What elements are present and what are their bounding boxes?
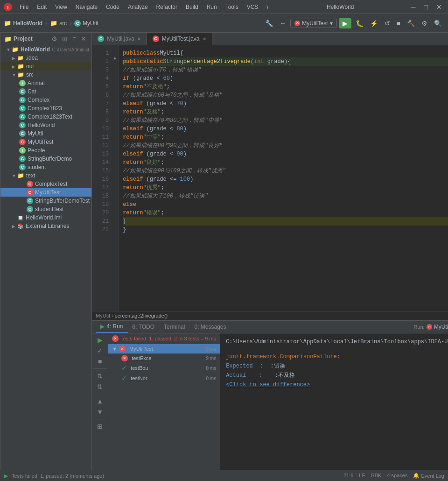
messages-tab[interactable]: 0: Messages — [189, 321, 231, 332]
menu-code[interactable]: Code — [102, 3, 123, 11]
tree-item-src[interactable]: ▼ 📁 src — [0, 71, 91, 79]
tree-item-people[interactable]: I People — [0, 146, 91, 155]
test-myutiltest-item[interactable]: ▼ ✕ MyUtilTest 9 ms — [108, 344, 220, 354]
tab-myutiltest-close[interactable]: ✕ — [203, 36, 206, 42]
project-settings-gear[interactable]: ⚙ — [50, 35, 59, 43]
rerun-tests-button[interactable]: ▶ — [97, 335, 104, 345]
run-button[interactable]: ▶ — [339, 18, 351, 28]
sort-alpha-button[interactable]: ⇅ — [96, 371, 104, 381]
tree-item-complex1823text[interactable]: C Complex1823Text — [0, 113, 91, 121]
back-nav-button[interactable]: 🔧 — [263, 18, 275, 28]
external-icon: 📚 — [17, 223, 24, 229]
menu-file[interactable]: File — [16, 3, 32, 11]
tree-item-text[interactable]: ▼ 📁 text — [0, 171, 91, 180]
status-indent[interactable]: 4 spaces — [387, 473, 407, 479]
tree-item-animal[interactable]: I Animal — [0, 79, 91, 87]
stop-button[interactable]: ■ — [394, 18, 403, 28]
back-button[interactable]: ← — [277, 18, 288, 28]
run-tab[interactable]: ▶ 4: Run — [96, 321, 127, 333]
search-everywhere-button[interactable]: 🔍 — [432, 18, 444, 28]
tree-out-name: out — [26, 63, 34, 70]
tree-item-out[interactable]: ▶ 📁 out — [0, 62, 91, 71]
debug-button[interactable]: 🐛 — [353, 18, 366, 28]
menu-view[interactable]: View — [51, 3, 71, 11]
output-expected-val: :错误 — [270, 363, 285, 369]
tree-item-complex1823[interactable]: C Complex1823 — [0, 104, 91, 113]
tree-item-myutil[interactable]: C MyUtil — [0, 129, 91, 138]
status-position[interactable]: 21:6 — [343, 473, 353, 479]
status-lf[interactable]: LF — [359, 473, 365, 479]
test-testexce-item[interactable]: ✕ testExce 9 ms — [108, 354, 220, 363]
menu-vcs[interactable]: VCS — [243, 3, 262, 11]
output-actual-key: Actual — [226, 372, 246, 379]
main-content: 1: Project 2: Structure Favorites 📁 Proj… — [0, 33, 448, 470]
maximize-button[interactable]: □ — [422, 2, 430, 12]
tree-item-idea[interactable]: ▶ 📁 .idea — [0, 54, 91, 62]
menu-run[interactable]: Run — [203, 3, 221, 11]
menu-build[interactable]: Build — [182, 3, 202, 11]
testnor-pass-icon: ✓ — [121, 375, 127, 382]
event-log-link[interactable]: 🔔 Event Log — [413, 473, 444, 479]
project-settings-button[interactable]: ≡ — [71, 35, 77, 43]
tree-item-myutiltest[interactable]: C MyUtilTest — [0, 138, 91, 146]
code-line-11: return "中等"; — [123, 133, 448, 141]
expand-all-button[interactable]: ⊞ — [96, 422, 104, 431]
code-line-6: //如果成绩在60与70之间，转成"及格" — [123, 91, 448, 99]
test-testbou-item[interactable]: ✓ testBou 0 ms — [108, 363, 220, 373]
menu-analyze[interactable]: Analyze — [124, 3, 152, 11]
sdk-button[interactable]: ⚙ — [419, 18, 430, 28]
previous-test-button[interactable]: ▲ — [96, 396, 104, 406]
tree-item-stringbufferdemotest[interactable]: C StringBufferDemoTest — [0, 197, 91, 205]
menu-extra[interactable]: \ — [263, 3, 272, 11]
code-line-2: public static String percentage2fivegrad… — [123, 57, 448, 66]
rerun-failed-button[interactable]: ✓ — [96, 346, 104, 355]
tree-item-student[interactable]: C student — [0, 163, 91, 171]
code-content[interactable]: public class MyUtil{ public static Strin… — [119, 45, 448, 311]
code-line-10: else if (grade < 80) — [123, 125, 448, 133]
minimize-button[interactable]: ─ — [409, 2, 418, 12]
tree-complex1823-name: Complex1823 — [28, 105, 62, 112]
tree-item-external[interactable]: ▶ 📚 External Libraries — [0, 222, 91, 230]
todo-tab[interactable]: 6: TODO — [128, 321, 160, 332]
menu-navigate[interactable]: Navigate — [72, 3, 101, 11]
project-close-button[interactable]: ✕ — [79, 35, 88, 43]
main-toolbar: 📁 HelloWorld › 📁 src › C MyUtil 🔧 ← ✕ My… — [0, 14, 448, 33]
project-expand-button[interactable]: ⊞ — [61, 35, 69, 43]
tree-item-complextest[interactable]: C ComplexTest — [0, 180, 91, 188]
project-panel: 📁 Project ⚙ ⊞ ≡ ✕ ▼ 📁 HelloWorld C:\User… — [0, 33, 92, 470]
status-charset[interactable]: GBK — [371, 473, 381, 479]
tab-myutil[interactable]: C MyUtil.java ✕ — [92, 33, 147, 45]
menu-tools[interactable]: Tools — [222, 3, 242, 11]
run-config-dropdown-icon[interactable]: ▾ — [330, 20, 333, 27]
tree-item-iml[interactable]: ▶ 🔲 HelloWorld.iml — [0, 213, 91, 222]
tree-item-helloworld[interactable]: C HelloWorld — [0, 121, 91, 129]
test-testnor-item[interactable]: ✓ testNor 0 ms — [108, 373, 220, 383]
tree-item-complex[interactable]: C Complex — [0, 96, 91, 104]
tab-myutiltest[interactable]: C MyUtilTest.java ✕ — [147, 33, 212, 45]
build-button[interactable]: 🔨 — [405, 18, 417, 28]
test-status-text: Tests failed: 1, passed: 2 of 3 tests – … — [120, 336, 216, 341]
menu-refactor[interactable]: Refactor — [153, 3, 181, 11]
todo-tab-label: 6: TODO — [133, 324, 155, 330]
sort-duration-button[interactable]: ⇅ — [96, 382, 104, 391]
tree-item-myutiltest-text[interactable]: C MyUtilTest — [0, 188, 91, 197]
close-button[interactable]: ✕ — [434, 2, 444, 12]
code-line-9: //如果成绩在70与80之间，转成"中等" — [123, 116, 448, 125]
run-config-selector[interactable]: ✕ MyUtilTest ▾ — [290, 19, 336, 28]
tree-item-studenttest[interactable]: C studentTest — [0, 205, 91, 213]
profile-button[interactable]: ↺ — [382, 18, 392, 28]
tab-myutil-close[interactable]: ✕ — [137, 36, 141, 42]
menu-edit[interactable]: Edit — [33, 3, 50, 11]
tree-root[interactable]: ▼ 📁 HelloWorld C:\Users\Administ — [0, 45, 91, 54]
tree-complextest-name: ComplexTest — [35, 181, 67, 187]
tree-item-cat[interactable]: C Cat — [0, 87, 91, 96]
run-with-coverage-button[interactable]: ⚡ — [368, 18, 380, 28]
output-diff-link[interactable]: <Click to see difference> — [226, 382, 310, 388]
terminal-tab[interactable]: Terminal — [159, 321, 189, 332]
stop-tests-button[interactable]: ■ — [97, 357, 103, 366]
testexce-name: testExce — [132, 355, 151, 361]
next-test-button[interactable]: ▼ — [96, 407, 104, 417]
output-diff-link-line[interactable]: <Click to see difference> — [226, 380, 448, 389]
tree-item-stringbufferdemo[interactable]: C StringBufferDemo — [0, 155, 91, 163]
tab-myutil-label: MyUtil.java — [107, 35, 134, 42]
